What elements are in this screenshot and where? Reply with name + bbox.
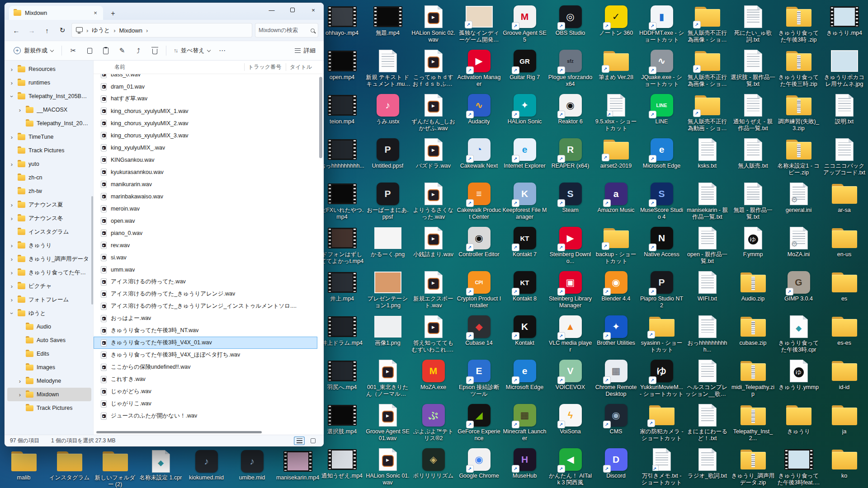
sidebar-item[interactable]: › きゅうり [7,239,91,252]
file-row[interactable]: ▶ じゃがどら.wav [94,385,317,398]
desktop-icon[interactable]: ↗ teion.mp4 [319,91,365,136]
desktop-icon[interactable]: ↗ open.mp4 [319,47,365,91]
sidebar-item[interactable]: › Images [7,361,91,374]
desktop-icon[interactable]: E↗ Epson 接続診断ツール [456,357,502,401]
desktop-icon[interactable]: ✦↗ HALion Sonic [502,91,547,136]
desktop-icon[interactable]: ↗ ドフォンはずしててよかっt.mp4 [319,224,365,268]
desktop-icon[interactable]: S↗ Steam [547,180,593,224]
desktop-icon[interactable]: ✓↗ ノートン 360 [593,3,639,47]
sidebar-item[interactable]: › __MACOSX [7,103,91,117]
desktop-icon[interactable]: ↗ id-id [821,357,867,401]
desktop-icon[interactable]: ↗ 新しいフォルダー (2) [92,447,138,488]
file-row[interactable]: ▶ アイス溶けるの待ってた_きゅうりアレンジ_インストゥルメントソロ.... [94,300,317,312]
desktop-icon[interactable]: ◉↗ Blender 4.4 [593,268,639,313]
desktop-icon[interactable]: ↗ syasinn - ショートカット [639,313,684,357]
desktop-icon[interactable]: ✦↗ Brother Utilities [593,313,639,357]
desktop-icon[interactable]: ↗ F.ymmp [730,224,776,268]
desktop-icon[interactable]: ↗ 羽尻へ.mp4 [319,357,365,401]
desktop-icon[interactable]: ↗ manisekarin - 親作品一覧.txt [684,180,730,224]
desktop-icon[interactable]: ↗ Audio.zip [730,268,776,313]
refresh-button[interactable]: ↻ [56,24,69,37]
new-tab-button[interactable]: + [108,9,118,18]
desktop-icon[interactable]: ↗ MoZA.ini [776,224,821,268]
file-row[interactable]: ▶ ここからの保険undefined!!.wav [94,361,317,373]
file-row[interactable]: ▶ アイス溶けるの待ってた_きゅうりアレンジ.wav [94,288,317,300]
desktop-icon[interactable]: ◆↗ Cubase 14 [456,313,502,357]
desktop-icon[interactable]: ◉↗ Google Chrome [456,446,502,488]
column-header-title[interactable]: タイトル [286,63,317,71]
desktop-icon[interactable]: ↗ 選択肢.mp4 [319,401,365,446]
desktop-icon[interactable]: ↗ 名称未設定 1.cpr [138,447,184,488]
list-vertical-scrollbar[interactable] [319,77,322,158]
desktop-icon[interactable]: ↗ よりうるさくなった.wav [410,180,456,224]
desktop-icon[interactable]: ↗ 新規エクスポート.wav [410,268,456,313]
desktop-icon[interactable]: ↗ きゅうりポカコレ用サムネ.jpg [821,47,867,91]
desktop-icon[interactable]: KT↗ Kontakt 7 [502,224,547,268]
desktop-icon[interactable]: ↗ midi_Telepathy.zip [730,357,776,401]
desktop-icon[interactable]: KT↗ Kontakt 8 [502,268,547,313]
desktop-icon[interactable]: ◉↗ CMS [593,401,639,446]
desktop-icon[interactable]: ↗ きゅうり_調声用データ.zip [730,446,776,488]
file-row[interactable]: ▶ おっはよー.wav [94,312,317,324]
desktop-icon[interactable]: e↗ Internet Explorer [502,136,547,180]
desktop-icon[interactable]: ↗ 家の防犯カメラ - ショートカット [639,401,684,446]
desktop-icon[interactable]: ↗ きゅうり.mp4 [821,3,867,47]
desktop-icon[interactable]: V↗ VOICEVOX [547,357,593,401]
desktop-icon[interactable]: ↗ きゅうり食ってた午後3時 .zip [776,3,821,47]
desktop-icon[interactable]: ↗ かるーく.png [365,224,410,268]
desktop-icon[interactable]: ↗ es [821,268,867,313]
sidebar-item[interactable]: › Mixdown [7,388,91,401]
desktop-icon[interactable]: ↗ こってゅｈｄすおｆｄｓｂふぉ.wav [410,47,456,91]
desktop-icon[interactable]: ↗ 通知うぜえ - 親作品一覧.txt [730,91,776,136]
desktop-icon[interactable]: ↗ ラジオ_歌詞.txt [684,446,730,488]
sidebar-item[interactable]: › ピクチャ [7,279,91,293]
sidebar-item[interactable]: › Audio [7,320,91,333]
desktop-icon[interactable]: ▲↗ VLC media player [547,313,593,357]
desktop-icon[interactable]: ↗ Telepathy_Inst_2... [730,401,776,446]
desktop-icon[interactable]: ↗ 001_東北きりたん（ノーマル）_今じゃ... [365,357,410,401]
desktop-icon[interactable]: ↗ 無人販売.txt [730,136,776,180]
expander-chevron-icon[interactable]: › [9,66,14,73]
desktop-icon[interactable]: ↗ 説明.txt [821,91,867,136]
desktop-icon[interactable]: ↗ airset2-2019 [593,136,639,180]
file-row[interactable]: ▶ king_chorus_xyulyuMIX_2.wav [94,117,317,129]
desktop-icon[interactable]: ↗ 通知うぜえ.mp4 [319,446,365,488]
desktop-icon[interactable]: ↗ manisekarin.mp4 [275,447,321,488]
desktop-icon[interactable]: G↗ GIMP 3.0.4 [776,268,821,313]
desktop-icon[interactable]: ▶↗ Steinberg Downlo... [547,224,593,268]
desktop-icon[interactable]: ↗ es-es [821,313,867,357]
file-row[interactable]: ▶ rev.wav [94,239,317,251]
desktop-icon[interactable]: ↗ 無人販売不正行為画像 - ショートカッ... [684,3,730,47]
file-row[interactable]: ▶ dram_01.wav [94,80,317,93]
desktop-icon[interactable]: ↗ 調声練習(失敗)_3.zip [776,91,821,136]
desktop-icon[interactable]: ↗ 無人販売不正行為動画 - ショートカット [684,91,730,136]
sort-button[interactable]: ↑↓ 並べ替え [170,43,214,58]
search-input[interactable]: Mixdownの検索 [255,23,318,38]
desktop-icon[interactable]: P↗ Piapro Studio NT2 [639,268,684,313]
share-button[interactable]: ⤴ [131,43,146,58]
desktop-icon[interactable]: ↗ 小銭詰まり.wav [410,224,456,268]
desktop-icon[interactable]: K↗ Keepforest File Manager [502,180,547,224]
file-row[interactable]: ▶ marinbakawaiso.wav [94,190,317,202]
expander-chevron-icon[interactable]: › [9,296,14,303]
desktop-icon[interactable]: ↗ ar-sa [821,180,867,224]
expander-chevron-icon[interactable]: › [9,256,14,263]
desktop-icon[interactable]: S↗ MuseScore Studio 4 [639,180,684,224]
desktop-icon[interactable]: ∿↗ JQuake.exe - ショートカット [639,47,684,91]
details-pane-button[interactable]: 詳細 [291,43,319,58]
desktop-icon[interactable]: ▮↗ HDDFMT.exe - ショートカット [639,3,684,47]
desktop-icon[interactable]: ↗ cubase.zip [730,313,776,357]
desktop-icon[interactable]: ↗ 万引きメモ.txt - ショートカット [639,446,684,488]
expander-chevron-icon[interactable]: › [9,80,14,86]
desktop-icon[interactable]: ↗ ニコニコバックアップコード.txt [821,136,867,180]
desktop-icon[interactable]: ↗ おっhhhhhhhhhh... [684,313,730,357]
desktop-icon[interactable]: ↗ 死にたい_ゅ歌詞.txt [730,3,776,47]
file-row[interactable]: ▶ manikurarin.wav [94,178,317,190]
list-view-toggle[interactable] [294,436,305,445]
desktop-icon[interactable]: ↗ ko [821,446,867,488]
desktop-icon[interactable]: sfz↗ Plogue sforzando x64 [547,47,593,91]
desktop-icon[interactable]: e↗ Microsoft Edge [639,136,684,180]
up-button[interactable]: ↑ [41,24,53,37]
desktop-icon[interactable]: ↗ 選択肢 - 親作品一覧.txt [730,47,776,91]
desktop-icon[interactable]: N↗ Native Access [639,224,684,268]
